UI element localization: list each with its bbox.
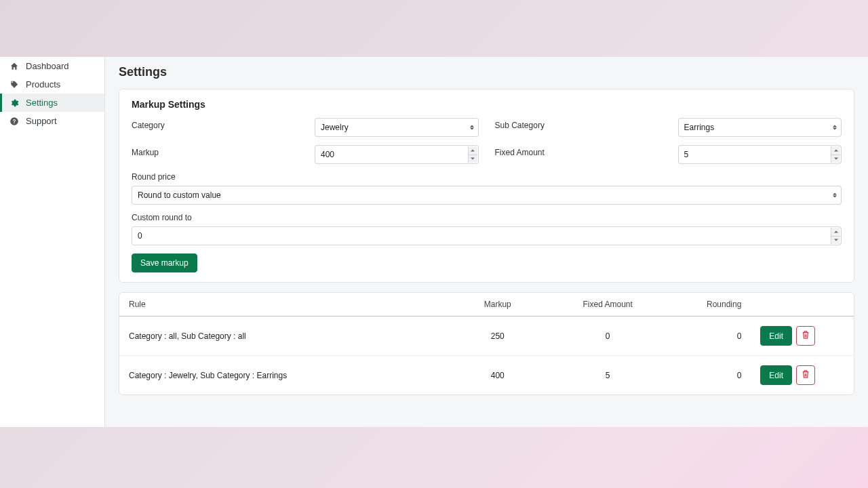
question-icon: ? bbox=[9, 117, 19, 126]
rules-table: Rule Markup Fixed Amount Rounding Catego… bbox=[119, 293, 854, 394]
sidebar-item-label: Support bbox=[26, 116, 57, 126]
custom-round-stepper[interactable] bbox=[831, 228, 840, 244]
stepper-up-icon[interactable] bbox=[831, 146, 840, 155]
th-rounding: Rounding bbox=[663, 293, 751, 317]
input-value: 0 bbox=[138, 231, 142, 241]
cell-markup: 400 bbox=[443, 356, 553, 395]
label-custom-round-to: Custom round to bbox=[132, 213, 842, 222]
select-caret-icon bbox=[470, 125, 474, 130]
bottom-gap bbox=[0, 427, 868, 488]
cell-fixed-amount: 0 bbox=[553, 317, 663, 356]
cell-rounding: 0 bbox=[663, 317, 751, 356]
stepper-down-icon[interactable] bbox=[831, 155, 840, 163]
input-value: 400 bbox=[321, 150, 334, 159]
markup-stepper[interactable] bbox=[468, 146, 477, 163]
stepper-down-icon[interactable] bbox=[469, 155, 477, 163]
cell-fixed-amount: 5 bbox=[553, 356, 663, 395]
rules-table-card: Rule Markup Fixed Amount Rounding Catego… bbox=[119, 292, 854, 395]
trash-icon bbox=[802, 369, 810, 381]
cell-markup: 250 bbox=[443, 317, 553, 356]
table-row: Category : all, Sub Category : all 250 0… bbox=[119, 317, 854, 356]
select-caret-icon bbox=[833, 125, 837, 130]
main-content: Settings Markup Settings Category Jewelr… bbox=[105, 57, 868, 427]
delete-button[interactable] bbox=[796, 326, 815, 346]
svg-text:?: ? bbox=[13, 118, 16, 124]
home-icon bbox=[9, 62, 19, 71]
input-value: 5 bbox=[684, 150, 689, 159]
edit-button[interactable]: Edit bbox=[760, 326, 792, 346]
sidebar-item-dashboard[interactable]: Dashboard bbox=[0, 57, 104, 75]
sidebar: Dashboard Products Settings ? Support bbox=[0, 57, 105, 427]
fixed-amount-input[interactable]: 5 bbox=[678, 145, 842, 164]
sidebar-item-label: Dashboard bbox=[26, 61, 69, 71]
app-container: Dashboard Products Settings ? Support Se… bbox=[0, 57, 868, 427]
select-value: Round to custom value bbox=[138, 190, 221, 200]
stepper-up-icon[interactable] bbox=[469, 146, 477, 155]
table-row: Category : Jewelry, Sub Category : Earri… bbox=[119, 356, 854, 395]
markup-settings-card: Markup Settings Category Jewelry Sub Cat… bbox=[119, 89, 854, 283]
select-caret-icon bbox=[833, 193, 837, 198]
card-title: Markup Settings bbox=[132, 99, 842, 110]
th-markup: Markup bbox=[443, 293, 553, 317]
select-value: Jewelry bbox=[321, 123, 349, 132]
label-fixed-amount: Fixed Amount bbox=[495, 145, 678, 164]
markup-input[interactable]: 400 bbox=[315, 145, 479, 164]
sidebar-item-settings[interactable]: Settings bbox=[0, 94, 104, 112]
round-price-select[interactable]: Round to custom value bbox=[132, 186, 842, 205]
select-value: Earrings bbox=[684, 123, 715, 132]
save-markup-button[interactable]: Save markup bbox=[132, 253, 197, 272]
th-rule: Rule bbox=[119, 293, 443, 317]
label-sub-category: Sub Category bbox=[495, 118, 678, 137]
top-gap bbox=[0, 0, 868, 57]
sidebar-item-label: Products bbox=[26, 79, 60, 89]
page-title: Settings bbox=[119, 65, 854, 79]
fixed-amount-stepper[interactable] bbox=[831, 146, 840, 163]
tag-icon bbox=[9, 80, 19, 89]
sidebar-item-products[interactable]: Products bbox=[0, 75, 104, 94]
sub-category-select[interactable]: Earrings bbox=[678, 118, 842, 137]
label-markup: Markup bbox=[132, 145, 315, 164]
th-actions bbox=[751, 293, 854, 317]
label-round-price: Round price bbox=[132, 172, 842, 182]
category-select[interactable]: Jewelry bbox=[315, 118, 479, 137]
cell-rule: Category : Jewelry, Sub Category : Earri… bbox=[119, 356, 443, 395]
sidebar-item-support[interactable]: ? Support bbox=[0, 112, 104, 130]
cell-rule: Category : all, Sub Category : all bbox=[119, 317, 443, 356]
label-category: Category bbox=[132, 118, 315, 137]
sidebar-item-label: Settings bbox=[26, 98, 58, 108]
stepper-up-icon[interactable] bbox=[831, 228, 840, 237]
custom-round-input[interactable]: 0 bbox=[132, 226, 842, 245]
delete-button[interactable] bbox=[796, 365, 815, 385]
gear-icon bbox=[9, 98, 19, 108]
stepper-down-icon[interactable] bbox=[831, 237, 840, 245]
th-fixed-amount: Fixed Amount bbox=[553, 293, 663, 317]
cell-rounding: 0 bbox=[663, 356, 751, 395]
edit-button[interactable]: Edit bbox=[760, 365, 792, 385]
trash-icon bbox=[802, 330, 810, 342]
